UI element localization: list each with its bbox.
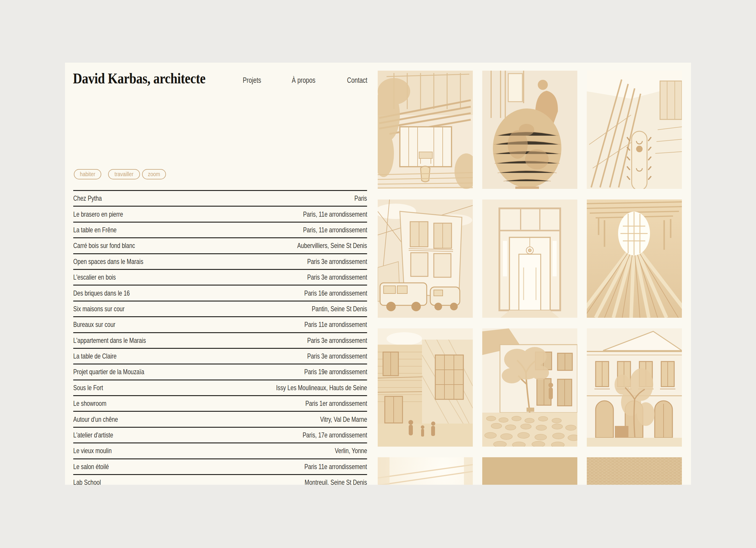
project-title: Chez Pytha xyxy=(73,194,102,202)
skylight-beams-photo[interactable] xyxy=(587,199,682,318)
project-location: Paris 11e arrondissement xyxy=(304,321,367,329)
project-title: L'appartement dans le Marais xyxy=(73,336,146,345)
nav-item-a-propos-label: À propos xyxy=(292,76,315,84)
project-row[interactable]: Chez Pytha Paris xyxy=(73,190,367,206)
project-title: Sous le Fort xyxy=(73,384,103,392)
project-row[interactable]: L'appartement dans le Marais Paris 3e ar… xyxy=(73,332,367,348)
project-title: Des briques dans le 16 xyxy=(73,289,130,298)
project-location: Paris, 11e arrondissement xyxy=(303,226,367,234)
project-gallery xyxy=(378,71,682,485)
project-location: Paris 11e arrondissement xyxy=(304,463,367,471)
project-title: Le salon étoilé xyxy=(73,463,109,471)
project-title: Autour d'un chêne xyxy=(73,415,118,424)
textured-sand-photo[interactable] xyxy=(587,457,682,485)
project-title: Lab School xyxy=(73,478,101,485)
project-title: L'escalier en bois xyxy=(73,273,116,282)
courtyard-tree-photo[interactable] xyxy=(482,329,577,447)
project-row[interactable]: Sous le Fort Issy Les Moulineaux, Hauts … xyxy=(73,380,367,395)
project-location: Paris xyxy=(354,194,367,202)
interior-glow-photo[interactable] xyxy=(378,457,473,485)
filter-habiter-label: habiter xyxy=(80,170,95,179)
project-title: Carré bois sur fond blanc xyxy=(73,241,135,250)
project-row[interactable]: Open spaces dans le Marais Paris 3e arro… xyxy=(73,253,367,269)
project-location: Montreuil, Seine St Denis xyxy=(305,478,367,485)
nav-item-contact-label: Contact xyxy=(347,76,367,84)
sand-detail-photo[interactable] xyxy=(482,457,577,485)
project-location: Paris 19e arrondissement xyxy=(304,368,367,376)
project-row[interactable]: Le vieux moulin Verlin, Yonne xyxy=(73,443,367,458)
filter-habiter-button[interactable]: habiter xyxy=(74,169,101,179)
filter-zoom-button[interactable]: zoom xyxy=(142,169,166,179)
project-row[interactable]: Carré bois sur fond blanc Aubervilliers,… xyxy=(73,237,367,253)
project-row[interactable]: Projet quartier de la Mouzaïa Paris 19e … xyxy=(73,364,367,379)
nav-item-projets[interactable]: Projets xyxy=(243,76,266,84)
project-row[interactable]: L'escalier en bois Paris 3e arrondisseme… xyxy=(73,269,367,285)
nav-item-contact[interactable]: Contact xyxy=(347,76,372,84)
mezzanine-table-photo[interactable] xyxy=(587,71,682,189)
project-row[interactable]: Le showroom Paris 1er arrondissement xyxy=(73,395,367,411)
project-location: Paris 16e arrondissement xyxy=(304,289,367,298)
project-title: La table en Frêne xyxy=(73,226,117,234)
project-row[interactable]: Le brasero en pierre Paris, 11e arrondis… xyxy=(73,206,367,221)
project-title: Le brasero en pierre xyxy=(73,210,123,218)
project-location: Aubervilliers, Seine St Denis xyxy=(297,241,367,250)
project-title: Open spaces dans le Marais xyxy=(73,257,143,266)
project-row[interactable]: Des briques dans le 16 Paris 16e arrondi… xyxy=(73,285,367,300)
project-title: Six maisons sur cour xyxy=(73,305,125,313)
project-list: Chez Pytha Paris Le brasero en pierre Pa… xyxy=(73,190,367,485)
project-row[interactable]: Bureaux sur cour Paris 11e arrondissemen… xyxy=(73,316,367,332)
filter-travailler-label: travailler xyxy=(115,170,133,179)
project-title: L'atelier d'artiste xyxy=(73,431,113,439)
project-location: Paris 3e arrondissement xyxy=(307,273,367,282)
corridor-chandelier-photo[interactable] xyxy=(482,199,577,318)
project-title: Bureaux sur cour xyxy=(73,321,115,329)
project-location: Paris 3e arrondissement xyxy=(307,257,367,266)
project-title: Projet quartier de la Mouzaïa xyxy=(73,368,144,376)
project-location: Issy Les Moulineaux, Hauts de Seine xyxy=(276,384,367,392)
project-location: Paris, 17e arrondissement xyxy=(302,431,367,439)
brick-courtyard-photo[interactable] xyxy=(378,329,473,447)
filter-travailler-button[interactable]: travailler xyxy=(108,169,140,179)
project-location: Paris 1er arrondissement xyxy=(305,399,367,408)
nav-item-projets-label: Projets xyxy=(243,76,261,84)
content-surface: David Karbas, architecte Projets À propo… xyxy=(65,63,691,485)
project-row[interactable]: Lab School Montreuil, Seine St Denis xyxy=(73,474,367,485)
project-row[interactable]: Autour d'un chêne Vitry, Val De Marne xyxy=(73,411,367,427)
project-location: Pantin, Seine St Denis xyxy=(312,305,367,313)
project-row[interactable]: Le salon étoilé Paris 11e arrondissement xyxy=(73,458,367,474)
project-row[interactable]: La table de Claire Paris 3e arrondisseme… xyxy=(73,348,367,364)
project-location: Vitry, Val De Marne xyxy=(320,415,367,424)
project-location: Paris 3e arrondissement xyxy=(307,352,367,360)
classical-facade-photo[interactable] xyxy=(587,329,682,447)
project-location: Verlin, Yonne xyxy=(335,447,367,455)
project-location: Paris 3e arrondissement xyxy=(307,336,367,345)
project-row[interactable]: L'atelier d'artiste Paris, 17e arrondiss… xyxy=(73,427,367,443)
courtyard-pergola-photo[interactable] xyxy=(378,71,473,189)
project-row[interactable]: Six maisons sur cour Pantin, Seine St De… xyxy=(73,301,367,316)
project-title: Le vieux moulin xyxy=(73,447,112,455)
project-title: La table de Claire xyxy=(73,352,117,360)
stone-vessel-photo[interactable] xyxy=(482,71,577,189)
project-title: Le showroom xyxy=(73,399,106,408)
nav-item-a-propos[interactable]: À propos xyxy=(292,76,321,84)
street-facade-photo[interactable] xyxy=(378,199,473,318)
filter-zoom-label: zoom xyxy=(148,170,160,179)
site-title[interactable]: David Karbas, architecte xyxy=(73,70,206,87)
project-row[interactable]: La table en Frêne Paris, 11e arrondissem… xyxy=(73,222,367,237)
project-location: Paris, 11e arrondissement xyxy=(303,210,367,218)
